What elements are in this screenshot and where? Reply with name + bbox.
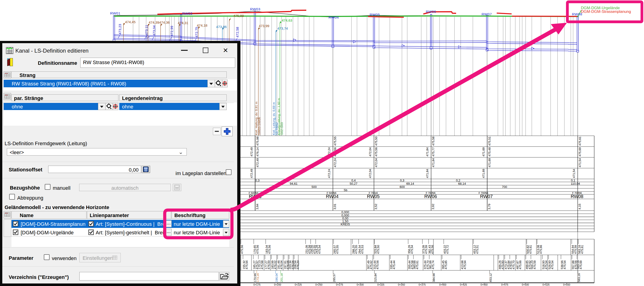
svg-text:476,02: 476,02 [274, 260, 277, 269]
svg-text:563,16: 563,16 [578, 273, 581, 282]
svg-text:471,54: 471,54 [572, 169, 576, 178]
svg-text:453,12: 453,12 [489, 273, 492, 282]
svg-text:472,24: 472,24 [328, 169, 331, 178]
svg-text:475,50: 475,50 [374, 136, 378, 146]
svg-text:475,56: 475,56 [333, 147, 337, 156]
svg-text:475,61: 475,61 [416, 260, 419, 269]
svg-text:700: 700 [502, 185, 507, 189]
svg-text:472,04: 472,04 [368, 169, 372, 178]
svg-text:475,98: 475,98 [256, 136, 259, 146]
svg-text:RW05: RW05 [370, 13, 380, 17]
svg-text:384,98: 384,98 [432, 273, 436, 282]
svg-text:476,00: 476,00 [267, 260, 270, 269]
svg-text:0,3: 0,3 [400, 179, 404, 182]
svg-text:RW02: RW02 [182, 12, 192, 16]
svg-text:473,99: 473,99 [259, 24, 269, 28]
svg-text:476,04: 476,04 [280, 260, 283, 269]
svg-text:475,53: 475,53 [361, 245, 364, 254]
svg-text:475,61: 475,61 [578, 136, 582, 146]
svg-text:472,24: 472,24 [328, 147, 331, 156]
svg-text:475,66: 475,66 [540, 245, 542, 254]
svg-text:475,90: 475,90 [501, 260, 504, 269]
svg-text:472,58: 472,58 [236, 27, 239, 38]
svg-text:475,59: 475,59 [425, 245, 428, 254]
svg-text:475,55: 475,55 [336, 245, 339, 254]
svg-text:472,49: 472,49 [256, 158, 259, 167]
svg-text:0,4: 0,4 [352, 179, 356, 182]
svg-text:475,54: 475,54 [318, 245, 321, 254]
svg-text:0,1: 0,1 [571, 179, 576, 182]
svg-text:KREIS: KREIS [341, 223, 350, 226]
svg-text:600: 600 [400, 185, 405, 189]
svg-text:110,04: 110,04 [571, 182, 580, 185]
svg-text:475,59: 475,59 [533, 260, 536, 269]
svg-text:475,61: 475,61 [581, 245, 584, 254]
svg-text:Sb: Sb [344, 188, 347, 192]
svg-text:475,55: 475,55 [355, 245, 358, 254]
svg-text:475,69: 475,69 [579, 260, 582, 269]
svg-text:471,69: 471,69 [482, 147, 485, 156]
svg-text:475,66: 475,66 [519, 260, 522, 269]
svg-text:475,61: 475,61 [529, 245, 532, 254]
svg-text:RW07: RW07 [480, 194, 492, 199]
svg-text:475,54: 475,54 [410, 245, 414, 254]
svg-text:472,24: 472,24 [333, 158, 337, 167]
svg-text:471,69: 471,69 [488, 158, 491, 167]
svg-text:201,18: 201,18 [280, 273, 283, 282]
svg-text:0,2: 0,2 [456, 179, 460, 182]
svg-text:475,85: 475,85 [444, 260, 448, 269]
svg-text:315,84: 315,84 [374, 273, 377, 282]
svg-text:RW06: RW06 [424, 194, 437, 199]
svg-text:475,54: 475,54 [551, 260, 554, 269]
svg-text:0,3: 0,3 [255, 179, 260, 182]
svg-text:RW04: RW04 [326, 194, 338, 199]
svg-text:3,79: 3,79 [488, 204, 491, 209]
svg-text:473,86: 473,86 [216, 25, 227, 29]
svg-text:476,20: 476,20 [296, 260, 300, 269]
svg-text:472,99: 472,99 [170, 26, 174, 36]
svg-text:475,55: 475,55 [333, 136, 337, 146]
svg-text:RW03: RW03 [250, 7, 260, 11]
svg-text:475,51: 475,51 [488, 136, 491, 146]
svg-text:475,69: 475,69 [578, 147, 582, 156]
svg-text:G02-G03: G02-G03 [280, 122, 284, 135]
svg-text:471,84: 471,84 [426, 147, 429, 156]
svg-text:475,77: 475,77 [432, 147, 435, 156]
svg-text:196,04: 196,04 [275, 273, 278, 282]
svg-text:475,54: 475,54 [545, 260, 548, 269]
svg-text:RW08: RW08 [570, 194, 583, 199]
svg-text:475,74: 475,74 [432, 260, 435, 269]
svg-text:474,18: 474,18 [197, 24, 208, 27]
svg-text:474,63: 474,63 [282, 18, 292, 22]
svg-text:475,56: 475,56 [376, 260, 379, 269]
svg-text:475,44: 475,44 [392, 260, 396, 269]
svg-text:173,16: 173,16 [256, 273, 260, 282]
svg-text:474,36: 474,36 [159, 21, 170, 24]
svg-text:3,92: 3,92 [431, 204, 435, 209]
svg-text:475,72: 475,72 [446, 245, 449, 254]
svg-text:475,94: 475,94 [245, 260, 248, 269]
svg-text:475,56: 475,56 [268, 245, 271, 254]
svg-text:475,56: 475,56 [256, 245, 259, 254]
svg-text:3,52: 3,52 [374, 204, 378, 209]
svg-text:476,14: 476,14 [256, 147, 259, 156]
svg-text:472,49: 472,49 [250, 169, 253, 178]
svg-text:68,14: 68,14 [458, 182, 466, 185]
svg-text:3,01: 3,01 [333, 204, 336, 209]
svg-text:RW05: RW05 [367, 194, 380, 199]
svg-text:475,98: 475,98 [261, 260, 264, 269]
svg-text:475,58: 475,58 [432, 136, 435, 146]
svg-text:471,84: 471,84 [432, 158, 435, 167]
svg-text:471,84: 471,84 [426, 169, 429, 178]
svg-text:475,94: 475,94 [464, 260, 467, 269]
svg-text:473,11: 473,11 [144, 25, 148, 35]
svg-text:SW03-SW06: SW03-SW06 [258, 117, 261, 135]
svg-text:473,74: 473,74 [278, 27, 288, 30]
svg-text:4,15: 4,15 [578, 204, 581, 209]
svg-text:475,70: 475,70 [512, 260, 515, 269]
svg-text:RW04: RW04 [328, 16, 339, 19]
svg-text:472,75: 472,75 [194, 27, 198, 38]
svg-text:RW06: RW06 [426, 10, 436, 14]
svg-text:475,54: 475,54 [563, 260, 566, 269]
svg-text:265,57: 265,57 [333, 273, 336, 282]
